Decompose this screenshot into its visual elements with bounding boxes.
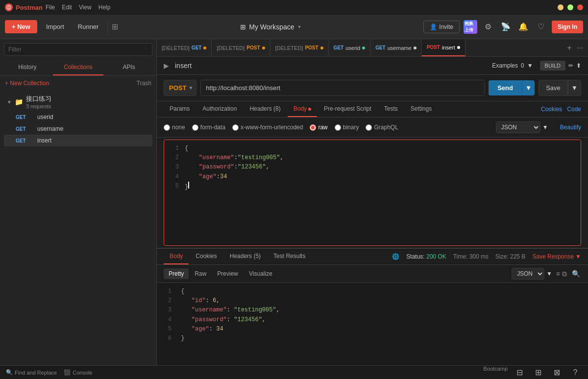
body-opt-urlencoded[interactable]: x-www-form-urlencoded — [232, 124, 303, 131]
collection-header[interactable]: ▼ 📁 接口练习 3 requests — [4, 93, 152, 111]
menu-file[interactable]: File — [46, 4, 55, 11]
layout-icon[interactable]: ⊞ — [112, 22, 118, 31]
build-button[interactable]: BUILD — [540, 61, 565, 71]
tab-collections[interactable]: Collections — [53, 60, 104, 75]
minimize-button[interactable] — [558, 4, 564, 10]
save-dropdown-button[interactable]: ▼ — [568, 80, 581, 96]
req-tab-params[interactable]: Params — [164, 101, 196, 117]
copy-icon[interactable]: ⧉ — [561, 269, 568, 279]
add-tab-icon[interactable]: + — [565, 43, 573, 53]
titlebar-left: Postman File Edit View Help — [5, 3, 110, 11]
resp-tab-headers[interactable]: Headers (5) — [224, 249, 267, 264]
find-replace-item[interactable]: 🔍 Find and Replace — [6, 369, 57, 376]
tab-label-insert: insert — [442, 45, 455, 50]
new-button[interactable]: + New — [5, 20, 37, 33]
share-icon[interactable]: ⬆ — [576, 62, 581, 69]
import-button[interactable]: Import — [41, 20, 69, 33]
code-link[interactable]: Code — [567, 106, 581, 113]
resp-subtab-pretty[interactable]: Pretty — [164, 268, 189, 279]
body-opt-binary[interactable]: binary — [335, 124, 359, 131]
signin-button[interactable]: Sign In — [552, 21, 583, 33]
resp-subtab-raw[interactable]: Raw — [190, 268, 211, 279]
request-item-userid[interactable]: GET userid — [4, 111, 152, 123]
method-get-badge: GET — [16, 126, 33, 132]
cookies-code-area: Cookies Code — [541, 106, 581, 113]
layout-button-3[interactable]: ⊠ — [550, 366, 564, 379]
resp-tab-body[interactable]: Body — [164, 249, 189, 264]
new-collection-button[interactable]: + New Collection — [5, 80, 49, 87]
resp-tab-cookies[interactable]: Cookies — [190, 249, 222, 264]
invite-button[interactable]: 👤 Invite — [423, 21, 460, 33]
menu-help[interactable]: Help — [98, 4, 111, 11]
body-opt-graphql[interactable]: GraphQL — [366, 124, 398, 131]
method-chevron-icon: ▼ — [188, 85, 193, 91]
workspace-chevron-icon: ▼ — [297, 24, 302, 29]
response-tabs: Body Cookies Headers (5) Test Results 🌐 … — [157, 249, 588, 265]
menu-edit[interactable]: Edit — [62, 4, 72, 11]
settings-icon-button[interactable]: ⚙ — [481, 20, 495, 34]
search-icon[interactable]: 🔍 — [571, 269, 581, 279]
expand-icon[interactable]: ▶ — [164, 62, 169, 70]
layout-button-1[interactable]: ⊟ — [513, 366, 526, 379]
resp-format-select[interactable]: JSON Text — [512, 268, 544, 280]
req-tab-prerequest[interactable]: Pre-request Script — [318, 101, 377, 117]
request-item-username[interactable]: GET username — [4, 123, 152, 135]
tab-post-insert[interactable]: POST insert — [422, 39, 466, 56]
request-body-editor[interactable]: 1 { 2 "username":"testing005", 3 "passwo… — [164, 140, 581, 246]
req-tab-body[interactable]: Body — [288, 101, 317, 117]
tab-apis[interactable]: APIs — [103, 60, 154, 75]
tab-deleted-post-1[interactable]: [DELETED] POST — [212, 39, 270, 56]
response-area: Body Cookies Headers (5) Test Results 🌐 … — [157, 248, 588, 365]
tab-deleted-get-1[interactable]: [DELETED] GET — [157, 39, 212, 56]
save-response-button[interactable]: Save Response ▼ — [532, 253, 581, 260]
req-tab-settings[interactable]: Settings — [405, 101, 438, 117]
resp-tab-testresults[interactable]: Test Results — [268, 249, 311, 264]
body-opt-formdata[interactable]: form-data — [192, 124, 225, 131]
body-opt-none[interactable]: none — [164, 124, 185, 131]
req-tab-authorization[interactable]: Authorization — [196, 101, 243, 117]
workspace-selector[interactable]: ⊞ My Workspace ▼ — [122, 23, 419, 31]
tab-deleted-post-2[interactable]: [DELETED] POST — [270, 39, 329, 56]
request-name-insert: insert — [37, 137, 51, 144]
method-selector[interactable]: POST ▼ — [164, 80, 196, 96]
help-icon[interactable]: ? — [568, 366, 582, 379]
edit-icon[interactable]: ✏ — [568, 62, 573, 69]
examples-chevron-icon[interactable]: ▼ — [527, 62, 533, 69]
filter-input[interactable] — [4, 43, 152, 56]
resp-subtab-visualize[interactable]: Visualize — [244, 268, 277, 279]
special-upload-button[interactable]: 抱换上传 — [464, 20, 477, 34]
close-button[interactable] — [577, 4, 583, 10]
save-wrapper: Save ▼ — [539, 80, 581, 96]
runner-button[interactable]: Runner — [73, 20, 104, 33]
align-icon[interactable]: ≡ — [556, 270, 560, 278]
tab-history[interactable]: History — [2, 60, 53, 75]
layout-button-2[interactable]: ⊞ — [531, 366, 545, 379]
tab-get-username[interactable]: GET username — [370, 39, 421, 56]
url-input[interactable] — [200, 80, 485, 96]
send-button[interactable]: Send — [489, 80, 522, 95]
request-item-insert[interactable]: GET insert — [4, 135, 152, 146]
req-tab-headers[interactable]: Headers (8) — [244, 101, 286, 117]
tab-dot-1 — [203, 47, 206, 49]
maximize-button[interactable] — [567, 4, 573, 10]
notification-icon-button[interactable]: 🔔 — [516, 20, 530, 34]
body-opt-raw[interactable]: raw — [310, 124, 327, 131]
format-select[interactable]: JSON Text JavaScript HTML XML — [496, 121, 540, 133]
resp-subtab-preview[interactable]: Preview — [212, 268, 243, 279]
menu-view[interactable]: View — [79, 4, 92, 11]
heart-icon-button[interactable]: ♡ — [534, 20, 548, 34]
save-button[interactable]: Save — [539, 80, 568, 96]
more-tabs-icon[interactable]: ··· — [575, 43, 585, 53]
satellite-icon-button[interactable]: 📡 — [499, 20, 513, 34]
body-options: none form-data x-www-form-urlencoded raw… — [157, 118, 588, 138]
trash-button[interactable]: Trash — [137, 80, 151, 87]
cookies-link[interactable]: Cookies — [541, 106, 562, 113]
console-item[interactable]: ⬛ Console — [64, 369, 92, 376]
window-controls — [558, 4, 583, 10]
send-dropdown-button[interactable]: ▼ — [522, 80, 535, 95]
examples-count: 0 — [521, 62, 524, 69]
req-tab-tests[interactable]: Tests — [378, 101, 404, 117]
bootcamp-label[interactable]: Bootcamp — [483, 366, 508, 379]
beautify-button[interactable]: Beautify — [560, 124, 581, 131]
tab-get-userid[interactable]: GET userid — [329, 39, 371, 56]
